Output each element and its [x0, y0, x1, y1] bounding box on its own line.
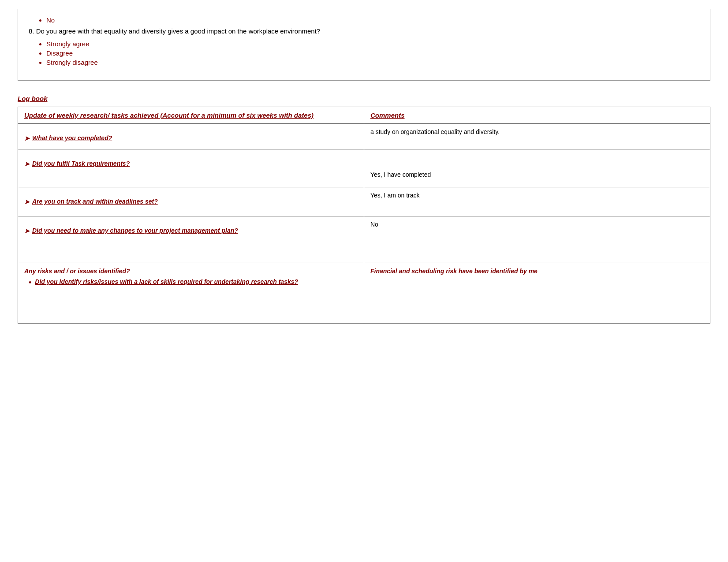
arrow-icon-2: ➤ — [24, 160, 30, 167]
top-section: No 8. Do you agree with that equality an… — [18, 9, 710, 81]
row1-left: ➤ What have you completed? — [18, 124, 364, 149]
arrow-label-2: Did you fulfil Task requirements? — [32, 160, 130, 167]
arrow-icon-3: ➤ — [24, 198, 30, 205]
arrow-label-4: Did you need to make any changes to your… — [32, 227, 238, 234]
risk-bullet-label: Did you identify risks/issues with a lac… — [35, 278, 298, 285]
row4-right: No — [364, 216, 710, 263]
table-row-1: ➤ What have you completed? a study on or… — [18, 124, 710, 149]
arrow-item-1: ➤ What have you completed? — [24, 134, 358, 142]
row2-right: Yes, I have completed — [364, 149, 710, 187]
comment-2: Yes, I have completed — [370, 171, 704, 178]
option-strongly-agree: Strongly agree — [46, 40, 699, 48]
comment-3: Yes, I am on track — [370, 192, 704, 199]
arrow-item-3: ➤ Are you on track and within deadlines … — [24, 198, 358, 205]
no-bullet-list: No — [46, 16, 699, 24]
row4-left: ➤ Did you need to make any changes to yo… — [18, 216, 364, 263]
row3-left: ➤ Are you on track and within deadlines … — [18, 187, 364, 216]
table-header-row: Update of weekly research/ tasks achieve… — [18, 107, 710, 124]
header-cell-left: Update of weekly research/ tasks achieve… — [18, 107, 364, 124]
row3-right: Yes, I am on track — [364, 187, 710, 216]
no-bullet-item: No — [46, 16, 699, 24]
comment-4: No — [370, 221, 704, 228]
logbook-table: Update of weekly research/ tasks achieve… — [18, 107, 710, 324]
risks-header: Any risks and / or issues identified? — [24, 268, 358, 275]
option-strongly-disagree: Strongly disagree — [46, 59, 699, 66]
arrow-label-3: Are you on track and within deadlines se… — [32, 198, 158, 205]
logbook-title: Log book — [18, 95, 710, 102]
arrow-label-1: What have you completed? — [32, 134, 112, 141]
header-left-text: Update of weekly research/ tasks achieve… — [24, 112, 314, 119]
row2-left: ➤ Did you fulfil Task requirements? — [18, 149, 364, 187]
options-list: Strongly agree Disagree Strongly disagre… — [46, 40, 699, 66]
risk-bullet-item: • Did you identify risks/issues with a l… — [29, 278, 358, 288]
bullet-icon: • — [29, 278, 31, 288]
arrow-item-2: ➤ Did you fulfil Task requirements? — [24, 160, 358, 167]
table-row-2: ➤ Did you fulfil Task requirements? Yes,… — [18, 149, 710, 187]
header-cell-right: Comments — [364, 107, 710, 124]
option-disagree: Disagree — [46, 49, 699, 57]
arrow-icon-1: ➤ — [24, 135, 30, 142]
risks-left: Any risks and / or issues identified? • … — [18, 263, 364, 324]
table-row-risks: Any risks and / or issues identified? • … — [18, 263, 710, 324]
table-row-4: ➤ Did you need to make any changes to yo… — [18, 216, 710, 263]
arrow-item-4: ➤ Did you need to make any changes to yo… — [24, 227, 358, 234]
comment-1: a study on organizational equality and d… — [370, 128, 704, 135]
header-right-text: Comments — [370, 112, 405, 119]
row1-right: a study on organizational equality and d… — [364, 124, 710, 149]
table-row-3: ➤ Are you on track and within deadlines … — [18, 187, 710, 216]
question-8: 8. Do you agree with that equality and d… — [29, 27, 699, 35]
risk-comment: Financial and scheduling risk have been … — [370, 268, 704, 275]
risks-right: Financial and scheduling risk have been … — [364, 263, 710, 324]
arrow-icon-4: ➤ — [24, 227, 30, 234]
